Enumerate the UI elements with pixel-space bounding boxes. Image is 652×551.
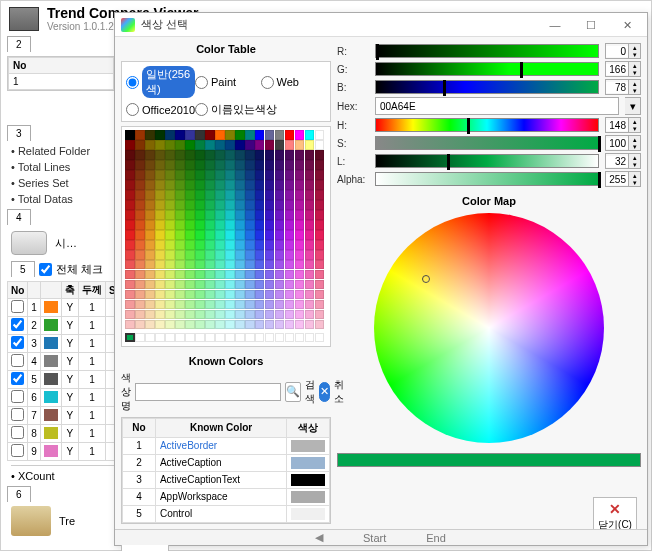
series-check[interactable] (11, 426, 24, 439)
palette-cell[interactable] (125, 310, 134, 319)
palette-cell[interactable] (225, 210, 234, 219)
palette-cell[interactable] (265, 310, 274, 319)
palette-cell[interactable] (285, 333, 294, 342)
palette-cell[interactable] (225, 310, 234, 319)
palette-cell[interactable] (275, 170, 284, 179)
palette-cell[interactable] (205, 190, 214, 199)
alpha-spin[interactable]: ▴▾ (605, 171, 641, 187)
palette-cell[interactable] (165, 150, 174, 159)
palette-cell[interactable] (295, 170, 304, 179)
palette-cell[interactable] (195, 230, 204, 239)
table-row[interactable]: 5 Y1 (8, 371, 125, 389)
palette-cell[interactable] (135, 320, 144, 329)
palette-cell[interactable] (185, 270, 194, 279)
palette-cell[interactable] (255, 270, 264, 279)
palette-cell[interactable] (235, 240, 244, 249)
palette-cell[interactable] (175, 333, 184, 342)
palette-cell[interactable] (275, 240, 284, 249)
palette-cell[interactable] (235, 290, 244, 299)
palette-cell[interactable] (135, 140, 144, 149)
palette-cell[interactable] (315, 290, 324, 299)
palette-cell[interactable] (265, 190, 274, 199)
palette-cell[interactable] (255, 320, 264, 329)
palette-cell[interactable] (135, 300, 144, 309)
series-color-swatch[interactable] (44, 427, 58, 439)
palette-cell[interactable] (255, 333, 264, 342)
palette-cell[interactable] (195, 200, 204, 209)
palette-cell[interactable] (145, 270, 154, 279)
series-check[interactable] (11, 336, 24, 349)
palette-cell[interactable] (295, 240, 304, 249)
palette-cell[interactable] (185, 230, 194, 239)
table-row[interactable]: 4 Y1 (8, 353, 125, 371)
palette-cell[interactable] (225, 290, 234, 299)
palette-cell[interactable] (165, 270, 174, 279)
palette-cell[interactable] (185, 180, 194, 189)
palette-cell[interactable] (205, 333, 214, 342)
palette-cell[interactable] (275, 320, 284, 329)
palette-cell[interactable] (255, 210, 264, 219)
palette-cell[interactable] (315, 333, 324, 342)
palette-cell[interactable] (215, 190, 224, 199)
table-row[interactable]: 8 Y1 (8, 425, 125, 443)
palette-cell[interactable] (125, 290, 134, 299)
palette-cell[interactable] (215, 333, 224, 342)
palette-cell[interactable] (315, 230, 324, 239)
list-item[interactable]: 3ActiveCaptionText (123, 471, 330, 488)
palette-cell[interactable] (295, 310, 304, 319)
wheel-picker-icon[interactable] (422, 275, 430, 283)
palette-cell[interactable] (195, 190, 204, 199)
search-button[interactable]: 🔍 (285, 382, 301, 402)
palette-cell[interactable] (185, 290, 194, 299)
palette-cell[interactable] (305, 170, 314, 179)
palette-cell[interactable] (245, 270, 254, 279)
palette-cell[interactable] (295, 190, 304, 199)
palette-cell[interactable] (165, 333, 174, 342)
section-tab-4[interactable]: 4 (7, 209, 31, 225)
series-color-swatch[interactable] (44, 355, 58, 367)
palette-cell[interactable] (135, 200, 144, 209)
palette-cell[interactable] (215, 260, 224, 269)
palette-cell[interactable] (205, 310, 214, 319)
palette-cell[interactable] (175, 300, 184, 309)
palette-cell[interactable] (275, 290, 284, 299)
palette-cell[interactable] (305, 160, 314, 169)
palette-cell[interactable] (255, 240, 264, 249)
palette-cell[interactable] (315, 260, 324, 269)
palette-cell[interactable] (265, 170, 274, 179)
palette-cell[interactable] (215, 200, 224, 209)
palette-cell[interactable] (235, 280, 244, 289)
palette-cell[interactable] (245, 300, 254, 309)
palette-cell[interactable] (205, 200, 214, 209)
palette-cell[interactable] (205, 210, 214, 219)
palette-cell[interactable] (285, 180, 294, 189)
palette-cell[interactable] (295, 150, 304, 159)
palette-cell[interactable] (225, 200, 234, 209)
palette-cell[interactable] (285, 240, 294, 249)
maximize-button[interactable]: ☐ (573, 15, 609, 35)
palette-cell[interactable] (175, 310, 184, 319)
palette-cell[interactable] (135, 333, 144, 342)
palette-cell[interactable] (255, 290, 264, 299)
palette-cell[interactable] (125, 300, 134, 309)
palette-cell[interactable] (155, 300, 164, 309)
palette-cell[interactable] (315, 200, 324, 209)
l-slider[interactable] (375, 154, 599, 168)
palette-cell[interactable] (295, 290, 304, 299)
palette-cell[interactable] (255, 140, 264, 149)
palette-cell[interactable] (225, 300, 234, 309)
palette-cell[interactable] (265, 240, 274, 249)
palette-cell[interactable] (125, 130, 134, 139)
palette-cell[interactable] (315, 320, 324, 329)
palette-cell[interactable] (265, 150, 274, 159)
palette-cell[interactable] (175, 240, 184, 249)
palette-cell[interactable] (175, 250, 184, 259)
palette-cell[interactable] (315, 240, 324, 249)
palette-cell[interactable] (285, 190, 294, 199)
palette-cell[interactable] (235, 300, 244, 309)
palette-cell[interactable] (185, 210, 194, 219)
palette-cell[interactable] (285, 140, 294, 149)
palette-cell[interactable] (175, 260, 184, 269)
palette-cell[interactable] (265, 333, 274, 342)
palette-cell[interactable] (215, 180, 224, 189)
